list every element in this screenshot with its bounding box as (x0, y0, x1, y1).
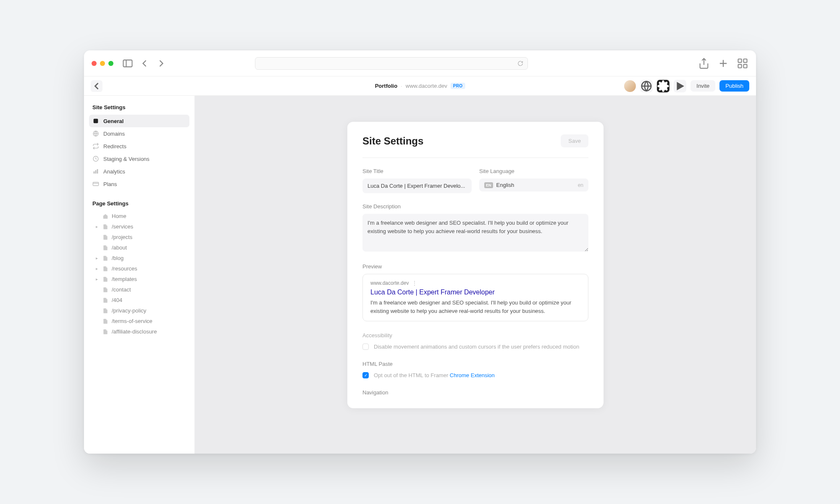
sidebar-item-general[interactable]: General (89, 115, 189, 127)
page-item--services[interactable]: ▸/services (92, 221, 189, 232)
close-window[interactable] (92, 61, 97, 66)
html-paste-text: Opt out of the HTML to Framer Chrome Ext… (374, 372, 495, 378)
more-icon: ⋮ (412, 280, 417, 286)
browser-toolbar (84, 50, 756, 76)
preview-label: Preview (362, 263, 588, 270)
caret-icon: ▸ (94, 266, 99, 271)
page-item-label: /resources (112, 265, 137, 272)
page-item--blog[interactable]: ▸/blog (92, 253, 189, 263)
site-title-label: Site Title (362, 168, 472, 174)
html-paste-option[interactable]: ✓ Opt out of the HTML to Framer Chrome E… (362, 372, 588, 378)
checkbox-icon[interactable] (362, 344, 369, 350)
sidebar-item-label: Redirects (103, 143, 126, 150)
sidebar-item-redirects[interactable]: Redirects (89, 140, 189, 152)
accessibility-label: Accessibility (362, 332, 588, 339)
site-title-input[interactable] (362, 178, 472, 193)
settings-icon[interactable] (657, 80, 669, 92)
share-icon[interactable] (698, 58, 710, 69)
site-description-input[interactable] (362, 214, 588, 252)
page-icon (102, 276, 108, 282)
page-icon (102, 266, 108, 272)
page-item--terms-of-service[interactable]: /terms-of-service (92, 316, 189, 326)
nav-back-icon[interactable] (139, 58, 150, 69)
play-icon[interactable] (674, 80, 686, 92)
globe-icon[interactable] (640, 80, 653, 92)
page-icon (102, 255, 108, 261)
sidebar-item-plans[interactable]: Plans (89, 178, 189, 190)
square-icon (92, 118, 99, 124)
svg-rect-7 (738, 64, 741, 68)
home-icon (102, 213, 108, 219)
sidebar-item-label: Staging & Versions (103, 156, 150, 162)
page-item-label: /contact (112, 286, 131, 293)
page-icon (102, 245, 108, 251)
caret-icon: ▸ (94, 256, 99, 260)
avatar[interactable] (624, 80, 636, 92)
page-item-label: /services (112, 223, 133, 230)
project-title: Portfolio (375, 83, 397, 89)
checkbox-checked-icon[interactable]: ✓ (362, 372, 369, 378)
caret-icon: ▸ (94, 277, 99, 281)
save-button[interactable]: Save (561, 134, 588, 147)
search-preview: www.dacorte.dev ⋮ Luca Da Corte | Expert… (362, 274, 588, 321)
page-icon (102, 287, 108, 293)
page-icon (102, 329, 108, 335)
browser-window: Portfolio · www.dacorte.dev PRO Invite P… (84, 50, 756, 454)
page-item--about[interactable]: /about (92, 242, 189, 253)
chart-icon (92, 168, 99, 175)
page-item-label: /404 (112, 297, 122, 303)
card-title: Site Settings (362, 135, 423, 147)
svg-rect-18 (97, 169, 98, 174)
page-item--contact[interactable]: /contact (92, 284, 189, 295)
page-item-label: /blog (112, 255, 123, 261)
language-badge: EN (484, 182, 493, 188)
page-item-label: /about (112, 244, 127, 251)
sidebar-item-staging-versions[interactable]: Staging & Versions (89, 152, 189, 165)
svg-rect-6 (743, 59, 747, 62)
page-item--projects[interactable]: /projects (92, 232, 189, 242)
page-item-home[interactable]: Home (92, 211, 189, 221)
svg-rect-5 (738, 59, 741, 62)
back-button[interactable] (91, 80, 102, 92)
svg-rect-16 (94, 171, 95, 173)
page-settings-heading: Page Settings (89, 199, 189, 208)
page-item--templates[interactable]: ▸/templates (92, 274, 189, 284)
language-value: English (496, 182, 514, 188)
minimize-window[interactable] (100, 61, 105, 66)
sidebar-toggle-icon[interactable] (122, 58, 134, 69)
clock-icon (92, 155, 99, 162)
globe-icon (92, 130, 99, 137)
site-language-select[interactable]: EN English en (479, 178, 588, 192)
maximize-window[interactable] (108, 61, 113, 66)
page-item--resources[interactable]: ▸/resources (92, 263, 189, 274)
page-icon (102, 234, 108, 240)
preview-title: Luca Da Corte | Expert Framer Developer (370, 289, 580, 296)
nav-forward-icon[interactable] (155, 58, 167, 69)
page-item-label: /projects (112, 234, 132, 240)
redirect-icon (92, 143, 99, 150)
page-item--[interactable]: /404 (92, 295, 189, 305)
accessibility-option[interactable]: Disable movement animations and custom c… (362, 344, 588, 350)
svg-rect-17 (95, 170, 97, 173)
site-settings-heading: Site Settings (89, 102, 189, 112)
chrome-extension-link[interactable]: Chrome Extension (450, 372, 495, 378)
tabs-overview-icon[interactable] (737, 58, 748, 69)
new-tab-icon[interactable] (717, 58, 729, 69)
page-icon (102, 318, 108, 324)
reload-icon[interactable] (517, 60, 523, 66)
svg-rect-19 (93, 182, 98, 186)
sidebar-item-label: Plans (103, 181, 117, 187)
svg-marker-11 (677, 82, 685, 90)
page-item-label: /affiliate-disclosure (112, 328, 157, 335)
page-item--privacy-policy[interactable]: /privacy-policy (92, 305, 189, 316)
page-item-label: Home (112, 213, 126, 219)
sidebar-item-analytics[interactable]: Analytics (89, 165, 189, 178)
sidebar-item-domains[interactable]: Domains (89, 127, 189, 140)
page-item--affiliate-disclosure[interactable]: /affiliate-disclosure (92, 326, 189, 337)
url-bar[interactable] (255, 57, 528, 70)
invite-button[interactable]: Invite (690, 80, 715, 92)
page-icon (102, 224, 108, 230)
project-domain: www.dacorte.dev (406, 83, 447, 89)
sidebar-item-label: Domains (103, 131, 125, 137)
publish-button[interactable]: Publish (719, 80, 749, 92)
